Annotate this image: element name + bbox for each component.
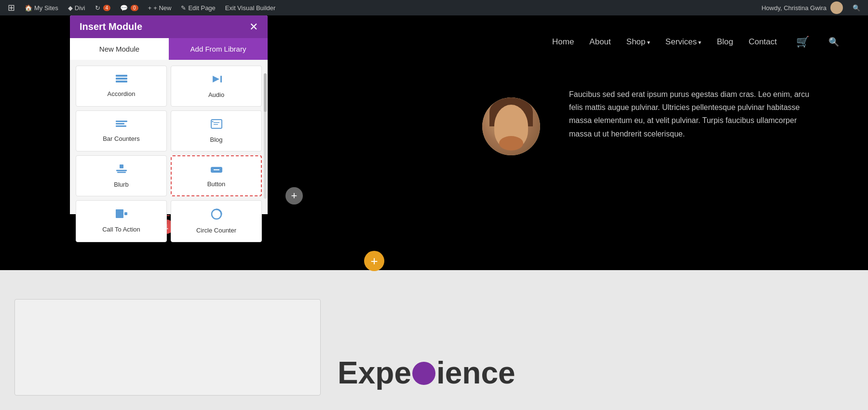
nav-blog[interactable]: Blog: [717, 37, 733, 47]
svg-rect-13: [116, 170, 127, 171]
circle-counter-icon: [211, 208, 222, 223]
insert-module-tabs: New Module Add From Library: [70, 38, 268, 60]
button-label: Button: [207, 180, 226, 188]
nav-links: Home About Shop Services Blog Contact 🛒 …: [552, 36, 839, 48]
hero-description: Faucibus sed sed erat ipsum purus egesta…: [569, 88, 820, 140]
close-icon[interactable]: ✕: [249, 22, 258, 32]
svg-rect-4: [220, 76, 222, 82]
module-accordion[interactable]: Accordion: [76, 66, 167, 107]
module-bar-counters[interactable]: Bar Counters: [76, 110, 167, 151]
module-button[interactable]: Button: [171, 155, 262, 196]
add-section-button-orange[interactable]: +: [364, 251, 384, 271]
hero-text-area: Faucibus sed sed erat ipsum purus egesta…: [347, 88, 820, 155]
svg-rect-2: [116, 81, 127, 82]
svg-marker-3: [213, 76, 219, 82]
purple-dot-decoration: [412, 362, 435, 385]
blurb-label: Blurb: [114, 181, 128, 188]
blog-icon: [210, 119, 223, 132]
button-icon: [210, 164, 223, 177]
svg-rect-5: [116, 121, 127, 122]
divi[interactable]: ◆ Divi: [64, 0, 89, 15]
insert-module-header: Insert Module ✕: [70, 15, 268, 38]
avatar-image: [482, 97, 540, 155]
svg-rect-18: [124, 212, 127, 215]
blog-label: Blog: [210, 136, 222, 143]
audio-label: Audio: [208, 91, 224, 98]
nav-about[interactable]: About: [589, 37, 610, 47]
nav-shop[interactable]: Shop: [626, 37, 650, 47]
nav-contact[interactable]: Contact: [748, 37, 777, 47]
my-sites[interactable]: 🏠 My Sites: [21, 0, 62, 15]
tab-new-module[interactable]: New Module: [70, 38, 169, 60]
accordion-label: Accordion: [108, 90, 136, 97]
svg-rect-1: [116, 78, 127, 80]
search-admin-icon[interactable]: 🔍: [849, 0, 864, 15]
updates[interactable]: ↻ 4: [91, 0, 115, 15]
exit-visual-builder[interactable]: Exit Visual Builder: [221, 0, 280, 15]
svg-rect-17: [116, 209, 123, 218]
insert-module-title: Insert Module: [80, 21, 142, 32]
add-module-button-gray[interactable]: +: [285, 187, 303, 205]
admin-bar: ⊞ 🏠 My Sites ◆ Divi ↻ 4 💬 0 + + New ✎ Ed…: [0, 0, 868, 15]
edit-page-button[interactable]: ✎ Edit Page: [177, 0, 219, 15]
admin-bar-right: Howdy, Christina Gwira 🔍: [758, 0, 864, 15]
insert-module-panel: Insert Module ✕ New Module Add From Libr…: [70, 15, 268, 214]
module-call-to-action[interactable]: Call To Action: [76, 200, 167, 242]
svg-rect-7: [116, 125, 126, 127]
svg-rect-14: [117, 172, 126, 173]
nav-cart-icon[interactable]: 🛒: [796, 36, 809, 48]
wp-icon[interactable]: ⊞: [4, 0, 19, 15]
module-grid: Accordion Audio Bar Counters: [70, 60, 268, 214]
nav-home[interactable]: Home: [552, 37, 574, 47]
scrollbar-thumb[interactable]: [264, 73, 267, 112]
call-to-action-label: Call To Action: [102, 226, 140, 233]
nav-search-icon[interactable]: 🔍: [828, 37, 839, 47]
blurb-icon: [115, 164, 128, 177]
call-to-action-icon: [115, 208, 128, 222]
tab-add-from-library[interactable]: Add From Library: [169, 38, 268, 60]
user-greeting[interactable]: Howdy, Christina Gwira: [758, 0, 847, 15]
module-blurb[interactable]: Blurb: [76, 155, 167, 196]
bar-counters-icon: [115, 119, 128, 131]
svg-point-11: [212, 121, 213, 123]
avatar: [482, 97, 540, 155]
svg-rect-12: [120, 164, 123, 168]
panel-scrollbar[interactable]: [264, 73, 267, 199]
accordion-icon: [115, 74, 128, 86]
experience-heading: Expeience: [338, 355, 515, 391]
hero-content: Faucibus sed sed erat ipsum purus egesta…: [318, 68, 849, 261]
module-circle-counter[interactable]: Circle Counter: [171, 200, 262, 242]
nav-services[interactable]: Services: [665, 37, 702, 47]
new-button[interactable]: + + New: [144, 0, 176, 15]
comments[interactable]: 💬 0: [116, 0, 142, 15]
svg-rect-0: [116, 75, 127, 77]
module-audio[interactable]: Audio: [171, 66, 262, 107]
audio-icon: [210, 74, 223, 87]
svg-rect-6: [116, 123, 124, 124]
module-blog[interactable]: Blog: [171, 110, 262, 151]
circle-counter-label: Circle Counter: [196, 227, 236, 234]
bar-counters-label: Bar Counters: [103, 135, 140, 142]
